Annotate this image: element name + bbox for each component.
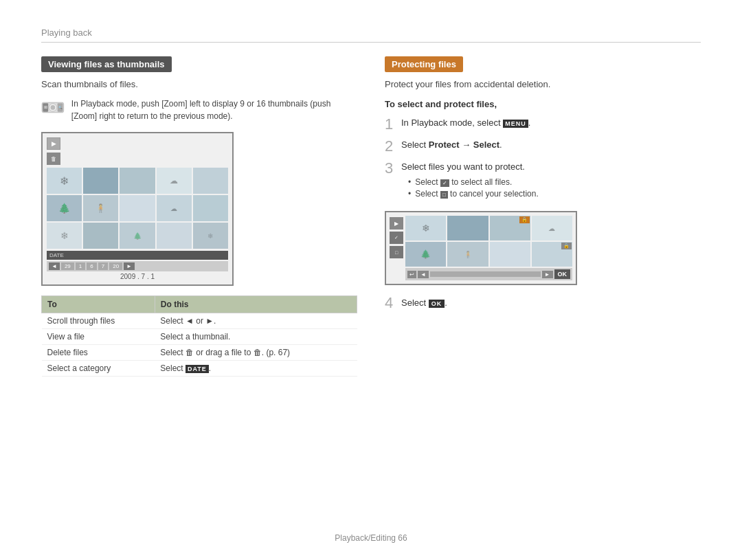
left-column: Viewing files as thumbnails Scan thumbna… [41, 56, 357, 377]
play-icon-small: ▶ [390, 217, 403, 229]
step-3: 3 Select files you want to protect. • Se… [385, 160, 701, 205]
thumb-cell: 🌲 [47, 195, 82, 221]
bullet-text-2: Select □ to cancel your selection. [415, 189, 539, 199]
protect-grid-area: ❄ 🔒 ☁ 🌲 🧍 🔒 [405, 216, 572, 280]
scan-text: Scan thumbnails of files. [41, 79, 357, 89]
zoom-instruction-text: In Playback mode, push [Zoom] left to di… [71, 98, 357, 122]
protect-desc: Protect your files from accidental delet… [385, 79, 701, 89]
thumbnail-screen: ▶ 🗑 ❄ ☁ 🌲 🧍 ☁ [41, 132, 234, 286]
step-4: 4 Select OK. [385, 295, 701, 311]
step-num-4: 4 [385, 295, 396, 311]
table-row: View a file Select a thumbnail. [42, 329, 357, 345]
select-all-icon: ✓ [440, 179, 449, 187]
nav-left-btn[interactable]: ◄ [49, 262, 60, 270]
check-all-icon: ✓ [390, 232, 403, 244]
protect-screen-inner: ▶ ✓ □ ❄ 🔒 ☁ [390, 216, 572, 280]
step-num-1: 1 [385, 116, 396, 133]
nav-right-btn[interactable]: ► [124, 262, 135, 270]
thumb-cell: ☁ [157, 195, 192, 221]
ptcell: 🌲 [405, 242, 446, 267]
step-num-3: 3 [385, 160, 396, 177]
right-column: Protecting files Protect your files from… [385, 56, 701, 377]
step-2-text: Select Protect → Select. [401, 138, 502, 153]
table-cell-instruction: Select 🗑 or drag a file to 🗑. (p. 67) [155, 345, 357, 361]
bullet-dot-2: • [408, 189, 411, 199]
svg-point-4 [51, 105, 56, 110]
thumb-cell [83, 168, 118, 194]
left-section-heading: Viewing files as thumbnails [41, 56, 172, 72]
protect-subtitle: To select and protect files, [385, 99, 701, 109]
table-row: Select a category Select DATE. [42, 361, 357, 377]
thumb-cell: 🌲 [120, 223, 155, 249]
steps-container: 1 In Playback mode, select MENU. 2 Selec… [385, 116, 701, 205]
nav-num-6: 6 [87, 262, 96, 270]
cancel-sel-icon: □ [390, 246, 403, 258]
nav-bar: ◄ 29 1 6 7 20 ► [47, 261, 228, 271]
table-header-do: Do this [155, 296, 357, 313]
step-1: 1 In Playback mode, select MENU. [385, 116, 701, 133]
right-section-heading: Protecting files [385, 56, 463, 72]
table-cell-action: View a file [42, 329, 155, 345]
date-label: 2009 . 7 . 1 [47, 273, 228, 280]
nav-num-1: 1 [76, 262, 85, 270]
protect-screen: ▶ ✓ □ ❄ 🔒 ☁ [385, 211, 577, 285]
table-cell-action: Scroll through files [42, 313, 155, 329]
thumb-cell: 🧍 [83, 195, 118, 221]
thumb-cell: ☁ [157, 168, 192, 194]
date-bar-label: DATE [49, 252, 64, 258]
ptcell: 🧍 [447, 242, 488, 267]
thumb-cell [120, 195, 155, 221]
bullet-list: • Select ✓ to select all files. • Select… [401, 177, 539, 199]
step-1-text: In Playback mode, select MENU. [401, 116, 530, 131]
menu-icon: MENU [503, 120, 528, 128]
svg-text:🔍: 🔍 [58, 105, 63, 110]
step-3-content: Select files you want to protect. • Sele… [401, 160, 539, 205]
pnav-back-btn[interactable]: ↩ [407, 271, 416, 278]
ptcell: ☁ [532, 216, 572, 240]
pnav-scrollbar[interactable] [430, 271, 541, 277]
table-cell-instruction: Select DATE. [155, 361, 357, 377]
table-header-to: To [42, 296, 155, 313]
zoom-instruction: ⊞ 🔍 In Playback mode, push [Zoom] left t… [41, 98, 357, 122]
ptcell [447, 216, 488, 240]
thumb-cell [193, 168, 228, 194]
cancel-icon: □ [440, 191, 448, 199]
side-icons: ▶ ✓ □ [390, 216, 403, 280]
main-content: Viewing files as thumbnails Scan thumbna… [41, 56, 701, 377]
nav-num-20: 20 [109, 262, 122, 270]
table-cell-instruction: Select a thumbnail. [155, 329, 357, 345]
ok-icon: OK [429, 300, 445, 308]
info-table: To Do this Scroll through files Select ◄… [41, 295, 357, 377]
protect-nav-bar: ↩ ◄ ► OK [405, 268, 572, 280]
pnav-left-btn[interactable]: ◄ [418, 271, 429, 278]
ptcell-selected: 🔒 [490, 216, 530, 240]
section-title: Playing back [41, 27, 92, 38]
thumb-cell: ❄ [193, 223, 228, 249]
nav-num-29: 29 [61, 262, 74, 270]
lock-badge-2: 🔒 [561, 243, 572, 249]
ptcell: 🔒 [532, 242, 572, 267]
svg-text:⊞: ⊞ [44, 105, 47, 109]
bullet-item-2: • Select □ to cancel your selection. [408, 189, 539, 199]
thumb-cell [193, 195, 228, 221]
step-3-text: Select files you want to protect. [401, 161, 525, 172]
play-icon: ▶ [47, 137, 60, 150]
bullet-text-1: Select ✓ to select all files. [415, 177, 512, 187]
table-row: Delete files Select 🗑 or drag a file to … [42, 345, 357, 361]
nav-num-7: 7 [98, 262, 108, 270]
page-footer: Playback/Editing 66 [0, 533, 742, 543]
thumb-cell [120, 168, 155, 194]
footer-text: Playback/Editing 66 [335, 533, 407, 543]
table-cell-instruction: Select ◄ or ►. [155, 313, 357, 329]
pnav-ok-btn[interactable]: OK [554, 269, 571, 279]
delete-icon: 🗑 [47, 153, 60, 165]
pnav-right-btn[interactable]: ► [542, 271, 553, 278]
thumb-cell: ❄ [47, 223, 82, 249]
thumb-cell: ❄ [47, 168, 82, 194]
step-4-text: Select OK. [401, 296, 447, 311]
table-row: Scroll through files Select ◄ or ►. [42, 313, 357, 329]
table-cell-action: Select a category [42, 361, 155, 377]
protect-select-bold: Protect → Select [429, 139, 499, 150]
lock-badge: 🔒 [519, 216, 530, 223]
thumb-cell [157, 223, 192, 249]
